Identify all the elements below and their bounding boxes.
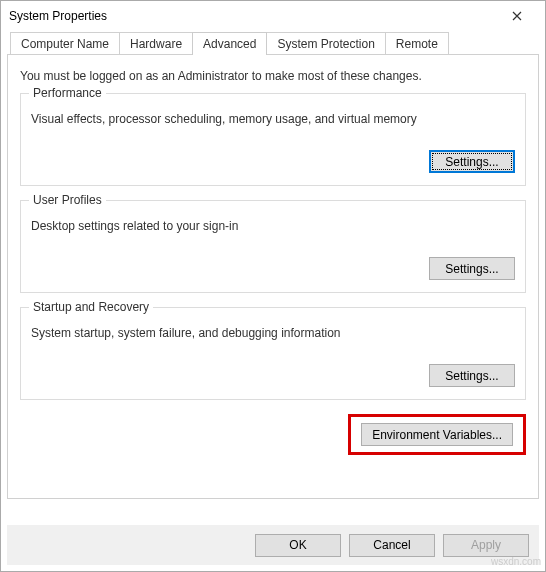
close-button[interactable] [497, 2, 537, 30]
tab-bar: Computer Name Hardware Advanced System P… [7, 31, 539, 54]
performance-desc: Visual effects, processor scheduling, me… [31, 112, 515, 126]
user-profiles-group: User Profiles Desktop settings related t… [20, 200, 526, 293]
startup-recovery-button-row: Settings... [31, 364, 515, 387]
startup-recovery-desc: System startup, system failure, and debu… [31, 326, 515, 340]
performance-button-row: Settings... [31, 150, 515, 173]
window-title: System Properties [9, 9, 107, 23]
env-vars-highlight: Environment Variables... [348, 414, 526, 455]
performance-group: Performance Visual effects, processor sc… [20, 93, 526, 186]
user-profiles-button-row: Settings... [31, 257, 515, 280]
user-profiles-legend: User Profiles [29, 193, 106, 207]
dialog-footer: OK Cancel Apply [7, 525, 539, 565]
titlebar: System Properties [1, 1, 545, 31]
startup-recovery-group: Startup and Recovery System startup, sys… [20, 307, 526, 400]
tab-system-protection[interactable]: System Protection [266, 32, 385, 55]
admin-notice: You must be logged on as an Administrato… [20, 69, 526, 83]
user-profiles-settings-button[interactable]: Settings... [429, 257, 515, 280]
watermark: wsxdn.com [491, 556, 541, 567]
apply-button[interactable]: Apply [443, 534, 529, 557]
cancel-button[interactable]: Cancel [349, 534, 435, 557]
advanced-panel: You must be logged on as an Administrato… [7, 54, 539, 499]
close-icon [512, 11, 522, 21]
ok-button[interactable]: OK [255, 534, 341, 557]
dialog-body: Computer Name Hardware Advanced System P… [7, 31, 539, 521]
env-vars-row: Environment Variables... [20, 414, 526, 455]
performance-legend: Performance [29, 86, 106, 100]
tab-hardware[interactable]: Hardware [119, 32, 193, 55]
system-properties-window: System Properties Computer Name Hardware… [0, 0, 546, 572]
startup-recovery-settings-button[interactable]: Settings... [429, 364, 515, 387]
tab-advanced[interactable]: Advanced [192, 32, 267, 55]
startup-recovery-legend: Startup and Recovery [29, 300, 153, 314]
user-profiles-desc: Desktop settings related to your sign-in [31, 219, 515, 233]
tab-remote[interactable]: Remote [385, 32, 449, 55]
environment-variables-button[interactable]: Environment Variables... [361, 423, 513, 446]
tab-computer-name[interactable]: Computer Name [10, 32, 120, 55]
performance-settings-button[interactable]: Settings... [429, 150, 515, 173]
